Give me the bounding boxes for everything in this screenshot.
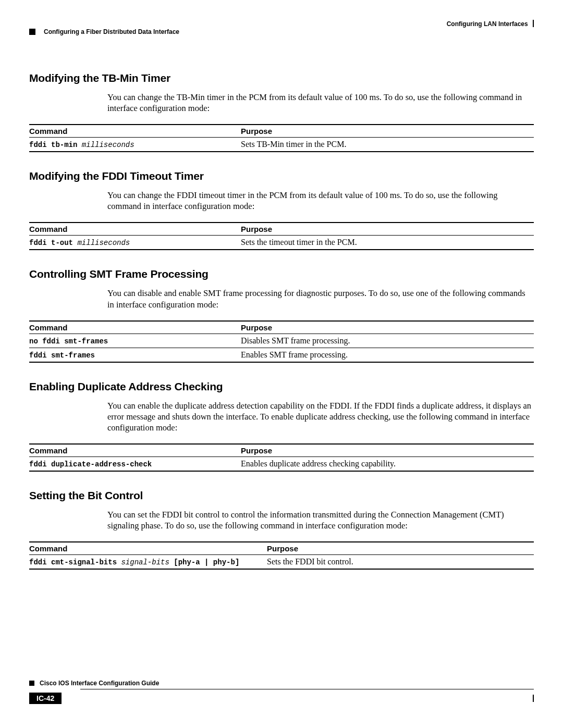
table-row: fddi duplicate-address-checkEnables dupl… [29,456,534,471]
command-table: CommandPurposeno fddi smt-framesDisables… [29,320,534,363]
table-row: fddi tb-min millisecondsSets TB-Min time… [29,138,534,152]
section-heading: Controlling SMT Frame Processing [29,268,534,280]
purpose-cell: Disables SMT frame processing. [241,334,534,348]
page-footer: Cisco IOS Interface Configuration Guide … [29,680,534,704]
th-purpose: Purpose [241,321,534,334]
running-header-right: Configuring LAN Interfaces [447,20,534,28]
command-bold: fddi cmt-signal-bits [29,558,121,566]
th-purpose: Purpose [241,125,534,138]
purpose-cell: Sets TB-Min timer in the PCM. [241,138,534,152]
command-trailing: [phy-a | phy-b] [169,558,239,566]
section-paragraph: You can change the TB-Min timer in the P… [107,92,533,114]
table-row: no fddi smt-framesDisables SMT frame pro… [29,334,534,348]
page-number-badge: IC-42 [29,693,62,704]
command-italic-arg: milliseconds [77,239,130,247]
command-text: fddi tb-min milliseconds [29,141,134,149]
purpose-cell: Sets the FDDI bit control. [267,555,534,570]
command-bold: fddi t-out [29,239,77,247]
section-block: Controlling SMT Frame ProcessingYou can … [29,268,534,362]
section-paragraph: You can enable the duplicate address det… [107,400,533,433]
command-bold: no fddi smt-frames [29,337,108,346]
purpose-cell: Sets the timeout timer in the PCM. [241,236,534,250]
content-body: Modifying the TB-Min TimerYou can change… [29,72,534,570]
command-text: fddi smt-frames [29,351,95,360]
command-text: no fddi smt-frames [29,337,108,346]
page: Configuring LAN Interfaces Configuring a… [0,0,563,728]
footer-guide-title: Cisco IOS Interface Configuration Guide [40,680,159,687]
th-command: Command [29,321,241,334]
command-table: CommandPurposefddi tb-min millisecondsSe… [29,124,534,152]
command-cell: fddi cmt-signal-bits signal-bits [phy-a … [29,555,267,570]
running-header-text: Configuring LAN Interfaces [447,20,528,28]
square-bullet-icon [29,29,35,35]
section-block: Setting the Bit ControlYou can set the F… [29,489,534,570]
command-cell: fddi tb-min milliseconds [29,138,241,152]
command-table: CommandPurposefddi cmt-signal-bits signa… [29,541,534,570]
command-cell: fddi duplicate-address-check [29,456,241,471]
command-italic-arg: signal-bits [121,558,169,566]
th-purpose: Purpose [267,542,534,555]
running-header-left: Configuring a Fiber Distributed Data Int… [29,28,534,35]
th-command: Command [29,444,241,457]
th-purpose: Purpose [241,444,534,457]
command-cell: fddi smt-frames [29,348,241,362]
command-bold: fddi tb-min [29,141,82,149]
th-command: Command [29,125,241,138]
command-italic-arg: milliseconds [82,141,134,149]
section-paragraph: You can set the FDDI bit control to cont… [107,509,533,531]
section-heading: Modifying the TB-Min Timer [29,72,534,84]
table-row: fddi t-out millisecondsSets the timeout … [29,236,534,250]
section-paragraph: You can change the FDDI timeout timer in… [107,190,533,212]
footer-right-tick-icon [533,695,534,702]
section-block: Modifying the FDDI Timeout TimerYou can … [29,170,534,250]
header-right-tick-icon [533,20,534,27]
th-purpose: Purpose [241,223,534,236]
section-block: Enabling Duplicate Address CheckingYou c… [29,380,534,472]
command-cell: no fddi smt-frames [29,334,241,348]
command-cell: fddi t-out milliseconds [29,236,241,250]
breadcrumb-text: Configuring a Fiber Distributed Data Int… [44,28,179,35]
footer-rule-line [80,689,534,689]
command-text: fddi duplicate-address-check [29,460,152,468]
table-row: fddi smt-framesEnables SMT frame process… [29,348,534,362]
command-text: fddi cmt-signal-bits signal-bits [phy-a … [29,558,239,566]
command-table: CommandPurposefddi t-out millisecondsSet… [29,222,534,250]
command-bold: fddi smt-frames [29,351,95,360]
section-heading: Modifying the FDDI Timeout Timer [29,170,534,182]
purpose-cell: Enables duplicate address checking capab… [241,456,534,471]
command-text: fddi t-out milliseconds [29,239,130,247]
command-table: CommandPurposefddi duplicate-address-che… [29,443,534,472]
footer-square-icon [29,681,34,686]
command-bold: fddi duplicate-address-check [29,460,152,468]
th-command: Command [29,542,267,555]
section-paragraph: You can disable and enable SMT frame pro… [107,288,533,310]
purpose-cell: Enables SMT frame processing. [241,348,534,362]
th-command: Command [29,223,241,236]
table-row: fddi cmt-signal-bits signal-bits [phy-a … [29,555,534,570]
section-heading: Setting the Bit Control [29,489,534,502]
section-block: Modifying the TB-Min TimerYou can change… [29,72,534,152]
section-heading: Enabling Duplicate Address Checking [29,380,534,393]
